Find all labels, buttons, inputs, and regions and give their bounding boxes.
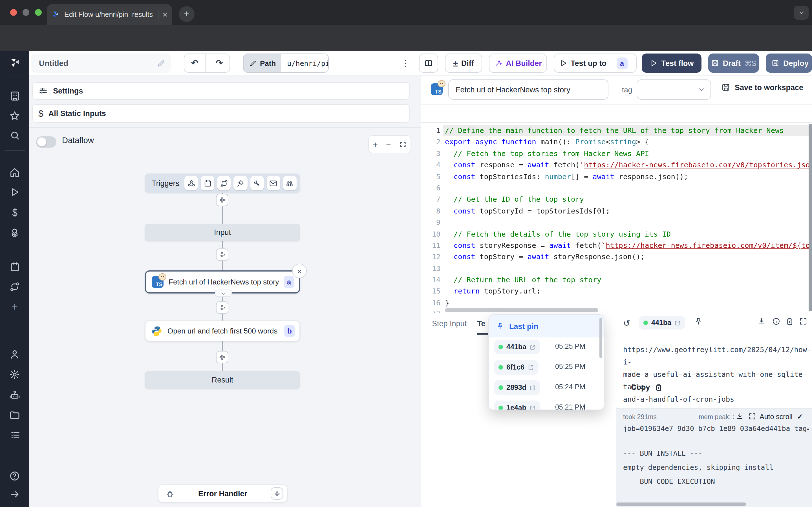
- flows-route-icon[interactable]: [8, 281, 21, 293]
- search-icon[interactable]: [8, 129, 21, 142]
- external-link-icon[interactable]: [675, 320, 681, 326]
- user-icon[interactable]: [8, 348, 21, 360]
- pin-menu-item[interactable]: 1e4ab05:21 PM: [489, 400, 604, 410]
- input-node[interactable]: Input: [145, 224, 300, 241]
- more-options-icon[interactable]: ⋮: [399, 56, 412, 70]
- tab-search-chevron[interactable]: [794, 6, 809, 20]
- run-badge[interactable]: 441ba: [494, 340, 541, 354]
- code-line[interactable]: // Get the ID of the top story: [445, 194, 812, 206]
- resources-cubes-icon[interactable]: [8, 227, 21, 239]
- add-plus-icon[interactable]: +: [8, 301, 21, 313]
- add-error-handler-button[interactable]: [271, 487, 283, 500]
- folders-icon[interactable]: [8, 409, 21, 421]
- pin-icon[interactable]: [694, 317, 703, 326]
- code-line[interactable]: // Return the URL of the top story: [445, 274, 812, 286]
- zoom-out-button[interactable]: −: [386, 139, 391, 149]
- http-route-trigger-icon[interactable]: [217, 176, 231, 190]
- add-step-button[interactable]: [216, 248, 229, 261]
- test-up-to-button[interactable]: Test up to a: [554, 54, 637, 73]
- download-logs-icon[interactable]: [736, 412, 744, 420]
- zoom-window-button[interactable]: [35, 9, 42, 16]
- run-badge[interactable]: 2893d: [494, 380, 541, 395]
- workspace-icon[interactable]: [8, 90, 21, 102]
- flow-summary-field[interactable]: Untitled: [31, 54, 171, 73]
- editor-vertical-scrollbar[interactable]: [809, 124, 812, 311]
- code-line[interactable]: [445, 263, 812, 274]
- save-to-workspace-button[interactable]: Save to workspace: [721, 83, 803, 92]
- info-icon[interactable]: [772, 317, 780, 326]
- draft-button[interactable]: Draft ⌘S: [708, 54, 759, 73]
- code-line[interactable]: // Fetch the top stories from Hacker New…: [445, 148, 812, 160]
- copy-button[interactable]: Copy: [631, 383, 663, 392]
- settings-gear-icon[interactable]: [8, 369, 21, 381]
- step-title-input[interactable]: Fetch url of HackerNews top story: [448, 79, 608, 100]
- add-step-button[interactable]: [216, 194, 229, 206]
- result-node[interactable]: Result: [145, 371, 300, 389]
- audit-logs-list-icon[interactable]: [8, 429, 21, 441]
- add-step-button[interactable]: [216, 301, 229, 314]
- kafka-trigger-icon[interactable]: [250, 176, 264, 190]
- code-line[interactable]: const topStory = await storyResponse.jso…: [445, 251, 812, 263]
- ai-builder-button[interactable]: AI Builder: [489, 54, 547, 73]
- all-static-inputs-bar[interactable]: $ All Static Inputs: [32, 104, 410, 123]
- tab-test-this-step[interactable]: Test: [477, 320, 485, 328]
- code-line[interactable]: // Define the main function to fetch the…: [443, 125, 812, 136]
- auto-scroll-checkbox[interactable]: Auto scroll ✓: [760, 412, 803, 421]
- run-badge[interactable]: 6f1c6: [494, 360, 539, 375]
- triggers-node[interactable]: Triggers: [145, 173, 300, 193]
- poll-trigger-icon[interactable]: [283, 176, 297, 190]
- minimize-window-button[interactable]: [22, 9, 29, 16]
- test-flow-button[interactable]: Test flow: [642, 54, 702, 73]
- run-badge[interactable]: 1e4ab: [494, 400, 541, 410]
- remove-step-button[interactable]: ×: [292, 264, 307, 278]
- dataflow-toggle[interactable]: [36, 136, 56, 148]
- external-link-icon[interactable]: [528, 364, 534, 371]
- pin-menu-item[interactable]: 441ba05:25 PM: [489, 340, 604, 354]
- docs-button[interactable]: [419, 54, 438, 73]
- home-icon[interactable]: [8, 166, 21, 179]
- code-line[interactable]: const topStoriesIds: number[] = await re…: [445, 171, 812, 182]
- code-line[interactable]: [445, 182, 812, 194]
- workers-robot-icon[interactable]: [8, 389, 21, 402]
- code-line[interactable]: [445, 217, 812, 228]
- schedule-trigger-icon[interactable]: [201, 176, 214, 190]
- code-line[interactable]: const topStoryId = topStoriesIds[0];: [445, 205, 812, 217]
- windmill-logo[interactable]: [8, 56, 21, 69]
- run-badge[interactable]: 441ba: [639, 316, 686, 330]
- error-handler-node[interactable]: Error Handler: [158, 485, 288, 503]
- deploy-button[interactable]: Deploy: [766, 54, 812, 73]
- expand-icon[interactable]: [799, 317, 808, 326]
- favorites-star-icon[interactable]: [8, 110, 21, 122]
- diff-button[interactable]: ± Diff: [445, 54, 482, 73]
- browser-tab[interactable]: Edit Flow u/henri/pin_results ×: [47, 4, 172, 25]
- tag-select[interactable]: [637, 79, 711, 100]
- collapse-arrow-icon[interactable]: [8, 488, 21, 500]
- email-trigger-icon[interactable]: [266, 176, 280, 190]
- runs-play-icon[interactable]: [8, 186, 21, 198]
- external-link-icon[interactable]: [530, 344, 536, 350]
- expand-logs-icon[interactable]: [748, 412, 756, 420]
- fit-view-icon[interactable]: [399, 140, 406, 148]
- last-pin-option[interactable]: Last pin: [489, 315, 604, 337]
- clipboard-icon[interactable]: [785, 317, 794, 326]
- expand-step-chevron[interactable]: [215, 290, 232, 297]
- path-button[interactable]: Path u/henri/pin: [243, 54, 329, 73]
- code-line[interactable]: export async function main(): Promise<st…: [445, 136, 812, 148]
- external-link-icon[interactable]: [530, 385, 536, 391]
- flow-settings-bar[interactable]: Settings: [32, 82, 410, 100]
- pin-menu-item[interactable]: 2893d05:24 PM: [489, 380, 604, 395]
- zoom-in-button[interactable]: +: [373, 139, 378, 149]
- close-tab-icon[interactable]: ×: [162, 10, 167, 19]
- logs-horizontal-scrollbar[interactable]: [616, 503, 746, 506]
- code-editor[interactable]: 1234567891011121314151617 // Define the …: [421, 123, 812, 313]
- code-line[interactable]: }: [445, 297, 812, 309]
- new-tab-button[interactable]: +: [179, 6, 195, 22]
- websocket-trigger-icon[interactable]: [234, 176, 247, 190]
- step-node-a[interactable]: TS Fetch url of HackerNews top story a ×: [145, 270, 300, 293]
- schedules-calendar-icon[interactable]: [8, 260, 21, 273]
- step-node-b[interactable]: Open url and fetch first 500 words of ..…: [145, 321, 300, 341]
- add-step-button[interactable]: [216, 351, 229, 363]
- code-line[interactable]: const storyResponse = await fetch(`https…: [445, 240, 812, 251]
- history-icon[interactable]: ↺: [623, 318, 630, 328]
- external-link-icon[interactable]: [530, 405, 536, 410]
